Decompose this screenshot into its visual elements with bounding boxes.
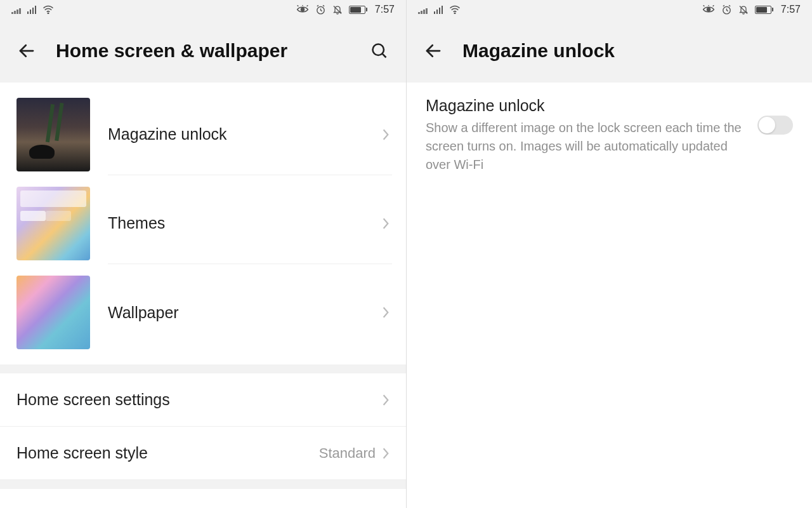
label-home-screen-settings: Home screen settings: [16, 391, 170, 409]
chevron-icon: [382, 306, 390, 319]
signal-2-icon: [434, 5, 443, 14]
setting-title: Magazine unlock: [426, 97, 742, 115]
battery-icon: [755, 6, 773, 14]
chevron-icon: [382, 447, 390, 460]
svg-point-1: [301, 8, 304, 11]
signal-1-icon: [418, 5, 428, 14]
page-title: Home screen & wallpaper: [56, 40, 350, 62]
back-button[interactable]: [421, 38, 446, 64]
svg-point-0: [48, 13, 49, 14]
header: Home screen & wallpaper: [0, 19, 406, 83]
toggle-magazine-unlock[interactable]: [757, 116, 793, 135]
wifi-icon: [43, 5, 54, 14]
status-time: 7:57: [781, 4, 801, 15]
signal-2-icon: [27, 5, 37, 14]
svg-point-8: [707, 8, 710, 11]
row-themes[interactable]: Themes: [0, 179, 406, 268]
thumb-magazine-unlock: [16, 98, 90, 171]
pane-magazine-unlock: 7:57 Magazine unlock Magazine unlock Sho…: [406, 0, 812, 508]
battery-icon: [349, 6, 367, 14]
row-home-screen-style[interactable]: Home screen style Standard: [0, 427, 406, 480]
label-home-screen-style: Home screen style: [16, 444, 148, 462]
thumb-wallpaper: [16, 276, 90, 349]
label-magazine-unlock: Magazine unlock: [108, 125, 227, 144]
section-divider: [0, 364, 406, 373]
alarm-icon: [315, 4, 326, 15]
header: Magazine unlock: [407, 19, 812, 83]
thumb-themes: [16, 187, 90, 260]
search-button[interactable]: [367, 38, 392, 64]
eye-comfort-icon: [702, 5, 715, 14]
row-home-screen-settings[interactable]: Home screen settings: [0, 373, 406, 427]
dnd-icon: [332, 4, 343, 15]
status-bar: 7:57: [0, 0, 406, 19]
status-time: 7:57: [375, 4, 395, 15]
setting-magazine-unlock: Magazine unlock Show a different image o…: [407, 83, 812, 188]
row-wallpaper[interactable]: Wallpaper: [0, 268, 406, 357]
row-lock-screen-signature[interactable]: Lock screen signature: [0, 489, 406, 508]
wifi-icon: [449, 5, 461, 14]
setting-description: Show a different image on the lock scree…: [426, 119, 742, 174]
alarm-icon: [721, 4, 732, 15]
svg-point-7: [454, 13, 455, 14]
pane-home-screen-wallpaper: 7:57 Home screen & wallpaper Magazine un…: [0, 0, 406, 508]
back-button[interactable]: [14, 38, 39, 64]
chevron-icon: [382, 217, 390, 230]
status-bar: 7:57: [407, 0, 812, 19]
eye-comfort-icon: [296, 5, 309, 14]
svg-point-5: [373, 44, 384, 56]
row-magazine-unlock[interactable]: Magazine unlock: [0, 90, 406, 179]
signal-1-icon: [11, 5, 21, 14]
chevron-icon: [382, 128, 390, 141]
dnd-icon: [738, 4, 749, 15]
chevron-icon: [382, 394, 390, 406]
label-wallpaper: Wallpaper: [108, 304, 179, 322]
svg-line-6: [383, 54, 386, 58]
value-home-screen-style: Standard: [319, 445, 376, 462]
page-title: Magazine unlock: [462, 40, 798, 62]
label-themes: Themes: [108, 214, 165, 232]
section-divider: [0, 480, 406, 489]
